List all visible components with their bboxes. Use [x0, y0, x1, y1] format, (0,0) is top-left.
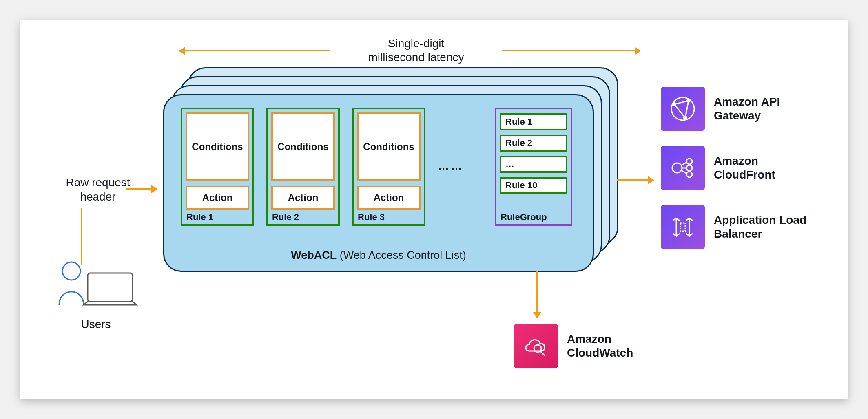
- svg-line-15: [540, 351, 545, 356]
- rulegroup-box: Rule 1 Rule 2 … Rule 10 RuleGroup: [495, 108, 572, 226]
- users-label: Users: [49, 318, 143, 331]
- rule-1-conditions: Conditions: [186, 112, 249, 181]
- rulegroup-items: Rule 1 Rule 2 … Rule 10: [500, 113, 567, 194]
- rule-1-label: Rule 1: [186, 212, 213, 223]
- webacl-title: WebACL (Web Access Control List): [164, 249, 593, 262]
- rulegroup-item: Rule 1: [500, 113, 567, 130]
- webacl-title-bold: WebACL: [291, 249, 337, 261]
- rule-2-label: Rule 2: [272, 212, 299, 223]
- rulegroup-item: Rule 10: [500, 177, 567, 194]
- rule-3-action: Action: [357, 186, 421, 210]
- rules-ellipsis: ……: [438, 160, 464, 173]
- svg-point-9: [686, 172, 692, 177]
- raw-line1: Raw request: [45, 175, 151, 190]
- service-cloudwatch-label: Amazon CloudWatch: [567, 332, 661, 359]
- rule-3-conditions: Conditions: [357, 112, 421, 181]
- cloudfront-icon: [661, 146, 705, 190]
- service-api-gateway: Amazon API Gateway: [661, 87, 808, 131]
- webacl-card-front: Conditions Action Rule 1 Conditions Acti…: [163, 94, 594, 272]
- rulegroup-label: RuleGroup: [500, 212, 547, 223]
- service-cloudfront-label: Amazon CloudFront: [714, 154, 808, 181]
- service-alb: Application Load Balancer: [661, 205, 808, 249]
- rulegroup-item: …: [500, 156, 567, 173]
- latency-line1: Single-digit: [334, 37, 498, 51]
- webacl-content: Conditions Action Rule 1 Conditions Acti…: [173, 104, 585, 262]
- service-cloudfront: Amazon CloudFront: [661, 146, 808, 190]
- latency-arrow-right: [502, 50, 640, 51]
- svg-line-12: [681, 170, 687, 174]
- svg-point-6: [672, 163, 682, 173]
- service-api-gateway-label: Amazon API Gateway: [714, 95, 808, 122]
- output-arrow: [617, 179, 653, 181]
- architecture-diagram: Single-digit millisecond latency Raw req…: [20, 20, 848, 399]
- latency-label: Single-digit millisecond latency: [334, 37, 498, 64]
- user-connector: [81, 208, 82, 265]
- rule-2-conditions: Conditions: [271, 112, 335, 181]
- svg-point-2: [671, 97, 694, 120]
- raw-request-header-label: Raw request header: [45, 175, 151, 204]
- svg-rect-1: [88, 273, 133, 302]
- webacl-stack: Conditions Action Rule 1 Conditions Acti…: [163, 67, 616, 271]
- service-alb-label: Application Load Balancer: [714, 213, 808, 240]
- rule-1-box: Conditions Action Rule 1: [181, 108, 254, 226]
- rule-1-action: Action: [186, 186, 249, 210]
- cloudwatch-arrow: [536, 271, 538, 318]
- webacl-title-rest: (Web Access Control List): [337, 249, 466, 261]
- latency-line2: millisecond latency: [334, 51, 498, 64]
- users-group: Users: [49, 257, 143, 331]
- rule-3-label: Rule 3: [358, 212, 385, 223]
- latency-arrow-left: [179, 50, 330, 51]
- api-gateway-icon: [661, 87, 705, 131]
- raw-line2: header: [45, 190, 151, 204]
- svg-point-7: [686, 159, 692, 164]
- svg-point-8: [686, 165, 692, 171]
- rulegroup-item: Rule 2: [500, 135, 567, 152]
- service-cloudwatch: Amazon CloudWatch: [514, 324, 661, 368]
- users-icon-cluster: [49, 257, 143, 314]
- cloudwatch-icon: [514, 324, 558, 368]
- rule-2-box: Conditions Action Rule 2: [266, 108, 340, 226]
- svg-line-10: [681, 162, 687, 165]
- user-icon: [49, 257, 143, 314]
- rule-3-box: Conditions Action Rule 3: [352, 108, 425, 226]
- svg-rect-13: [680, 223, 685, 231]
- alb-icon: [661, 205, 705, 249]
- svg-point-0: [62, 262, 80, 280]
- rule-2-action: Action: [271, 186, 335, 210]
- raw-request-arrow: [126, 188, 157, 190]
